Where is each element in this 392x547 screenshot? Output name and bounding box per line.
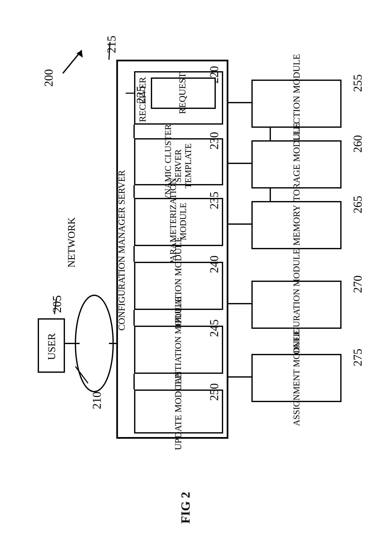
ref-270: 270 xyxy=(351,275,364,293)
server-title: CONFIGURATION MANAGER SERVER xyxy=(116,146,127,355)
svg-line-4 xyxy=(76,367,88,383)
ref-245: 245 xyxy=(207,319,221,337)
figure-caption: FIG 2 xyxy=(178,492,193,524)
user-label: USER xyxy=(45,321,58,372)
svg-point-5 xyxy=(76,295,113,392)
ref-230: 230 xyxy=(207,132,221,150)
assignment-module-label: ASSIGNMENT MODULE xyxy=(291,320,302,435)
ref-210: 210 xyxy=(90,392,103,409)
svg-marker-1 xyxy=(76,50,83,58)
ref-255: 255 xyxy=(351,74,364,92)
ref-200: 200 xyxy=(42,69,55,87)
ref-275: 275 xyxy=(351,349,364,366)
ref-265: 265 xyxy=(351,196,364,213)
ref-215: 215 xyxy=(105,36,118,53)
svg-line-0 xyxy=(63,50,82,73)
user-box: USER xyxy=(38,318,65,373)
ref-260: 260 xyxy=(351,135,364,153)
ref-205: 205 xyxy=(50,295,64,313)
network-label: NETWORK xyxy=(66,211,77,274)
update-module-label: UPDATE MODULE xyxy=(173,368,184,456)
ref-235: 235 xyxy=(207,191,221,209)
ref-240: 240 xyxy=(207,255,221,273)
ref-225: 225 xyxy=(134,86,147,103)
ref-250: 250 xyxy=(207,383,221,401)
diagram-canvas: 200 NETWORK 210 USER 205 CONFIGURATION M… xyxy=(0,0,392,547)
